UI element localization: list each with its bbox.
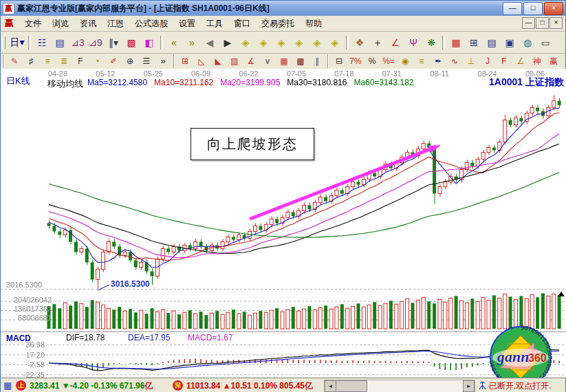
scroll-thumb[interactable]	[336, 380, 367, 392]
golden-section-h-icon[interactable]: ≡	[39, 55, 56, 68]
angle-si-icon[interactable]: 四	[562, 55, 566, 68]
grid-view-icon[interactable]: ▦	[3, 380, 12, 391]
toolbar-grip[interactable]	[2, 36, 6, 49]
percent-lines-icon[interactable]: %=	[380, 55, 397, 68]
pattern-annotation-box[interactable]: 向上爬坡形态	[191, 128, 314, 160]
ma-values-row: Ma5=3212.4580Ma10=3211.162Ma20=3199.905M…	[87, 78, 414, 87]
fibonacci-icon[interactable]: F	[72, 55, 89, 68]
angle-f-icon[interactable]: F	[496, 55, 512, 68]
gann-ruler-icon[interactable]: ♯	[23, 55, 39, 68]
gann-wheel-hsplit-icon[interactable]: ◈	[272, 34, 290, 51]
calendar-icon[interactable]: ▦	[447, 34, 465, 51]
chart-horizontal-scrollbar[interactable]: ◂ ▸	[324, 380, 475, 392]
percent-7-icon[interactable]: 7%	[347, 55, 364, 68]
menu-news[interactable]: 资讯	[74, 17, 102, 30]
scroll-right-arrow[interactable]: ▸	[463, 380, 475, 392]
smart-analysis-icon[interactable]: ❋	[422, 34, 440, 51]
shanghai-index-quote[interactable]: 3283.41 ▼-4.20 -0.13% 671.96亿	[30, 380, 153, 392]
gold-circle-icon[interactable]: ◉	[397, 55, 413, 68]
menu-gann[interactable]: 江恩	[102, 17, 129, 30]
child-minimize-button[interactable]: —	[522, 17, 535, 29]
pencil-angle-icon[interactable]: ✐	[105, 55, 122, 68]
chart-9min-icon[interactable]: ⊿9	[87, 34, 105, 51]
angle-gold-icon[interactable]: ∠	[512, 55, 529, 68]
v-lines-icon[interactable]: ∨	[259, 55, 276, 68]
gann-fan-icon[interactable]: ◺	[193, 55, 210, 68]
menu-settings[interactable]: 设置	[173, 17, 201, 30]
gann-wheel-vsplit-icon[interactable]: ◈	[290, 34, 308, 51]
f10-info-icon[interactable]: ▤	[51, 34, 69, 51]
volume-profile-icon[interactable]: ◧	[140, 34, 158, 51]
menu-trade[interactable]: 交易委托	[256, 17, 300, 30]
kline-chart-canvas[interactable]	[1, 69, 566, 378]
gann-wheel-right-icon[interactable]: ◈	[254, 34, 272, 51]
angle-set-icon[interactable]: ∡	[243, 55, 259, 68]
next-bar-icon[interactable]: ▶	[219, 34, 237, 51]
menu-window[interactable]: 窗口	[228, 17, 256, 30]
angle-ying-icon[interactable]: 赢	[545, 55, 562, 68]
connection-status[interactable]: 已断开,双点打开.	[489, 380, 552, 392]
percent-icon[interactable]: %	[364, 55, 380, 68]
main-toolbar: 日▾☷▤⊿3⊿9∥▾▩◧«»◀▶◈◈◈◈◈◈❖+∠Ψ❋▦⊞▤▣◍▭	[1, 32, 565, 54]
first-page-icon[interactable]: «	[165, 34, 183, 51]
status-bar: ▦ 上 3283.41 ▼-4.20 -0.13% 671.96亿 深 1101…	[1, 378, 565, 392]
time-cycle-icon[interactable]: ⊕	[122, 55, 138, 68]
shanghai-quote-unit: 亿	[144, 381, 153, 391]
notes-icon[interactable]: ▤	[483, 34, 501, 51]
shenzhen-index-icon[interactable]: 深	[173, 380, 183, 391]
gann-fan-grid-icon[interactable]: ▨	[226, 55, 243, 68]
angle-shen-icon[interactable]: 神	[529, 55, 545, 68]
toolbar-grip[interactable]	[2, 55, 3, 67]
menu-help[interactable]: 帮助	[300, 17, 327, 30]
close-button[interactable]: ×	[544, 2, 563, 15]
menu-file[interactable]: 文件	[19, 17, 47, 30]
child-close-button[interactable]: ×	[549, 17, 563, 29]
shanghai-index-icon[interactable]: 上	[16, 380, 26, 391]
menu-tools[interactable]: 工具	[201, 17, 228, 30]
child-restore-button[interactable]: □	[536, 17, 549, 29]
shenzhen-index-quote[interactable]: 11013.84 ▲10.51 0.10% 805.45亿	[186, 380, 313, 392]
menu-browse[interactable]: 浏览	[47, 17, 74, 30]
angle-tool-icon[interactable]: ∠	[387, 34, 404, 51]
gold-underline-icon[interactable]: ⊥	[463, 55, 479, 68]
chart-3min-icon[interactable]: ⊿3	[69, 34, 87, 51]
gann-wheel-center-icon[interactable]: ◈	[308, 34, 326, 51]
save-icon[interactable]: ▣	[501, 34, 519, 51]
grid-icon[interactable]: ▦	[276, 55, 292, 68]
last-page-icon[interactable]: »	[183, 34, 201, 51]
date-tick: 04-28	[48, 69, 67, 78]
hand-tool-icon[interactable]: ❖	[351, 34, 369, 51]
gann-wheel-left-icon[interactable]: ◈	[237, 34, 254, 51]
gann-shape-tool-icon[interactable]: Ψ	[404, 34, 422, 51]
wave-icon[interactable]: ∿	[446, 55, 463, 68]
gann-wheel-free-icon[interactable]: ◈	[326, 34, 344, 51]
maximize-button[interactable]: □	[523, 2, 543, 15]
title-bar[interactable]: 赢 赢家江恩专业版[赢家内部服务平台] - [上证指数 SH1A0001-96日…	[1, 1, 565, 16]
candle-style-icon[interactable]: ∥▾	[105, 34, 122, 51]
scroll-left-arrow[interactable]: ◂	[325, 380, 336, 392]
chip-distribution-icon[interactable]: ▩	[122, 34, 140, 51]
kline-period-icon[interactable]: 日▾	[8, 34, 26, 51]
angle-j-icon[interactable]: J	[479, 55, 496, 68]
parallel-lines-icon[interactable]: ∥	[309, 55, 325, 68]
more-tools-icon[interactable]: »	[155, 55, 171, 68]
trend-overlay-icon[interactable]: ☷	[33, 34, 51, 51]
web-export-icon[interactable]: ◍	[519, 34, 536, 51]
minimize-button[interactable]: —	[503, 2, 522, 15]
print-icon[interactable]: ▭	[536, 34, 554, 51]
low-point-annotation[interactable]: 3016.5300	[111, 279, 150, 289]
gann-box-icon[interactable]: ⊞	[177, 55, 193, 68]
crosshair-tool-icon[interactable]: +	[369, 34, 387, 51]
stats-box-icon[interactable]: ⊟	[331, 55, 347, 68]
menu-formula-picker[interactable]: 公式选股	[129, 17, 173, 30]
prev-bar-icon[interactable]: ◀	[201, 34, 219, 51]
golden-section-v-icon[interactable]: ≣	[56, 55, 72, 68]
gann-fan-filled-icon[interactable]: ◣	[210, 55, 226, 68]
calculator-icon[interactable]: ⊞	[465, 34, 483, 51]
candle-edit-icon[interactable]: ✒	[430, 55, 446, 68]
spiral-icon[interactable]: ◔	[89, 55, 105, 68]
gold-lines-icon[interactable]: ≡	[413, 55, 430, 68]
grid-dense-icon[interactable]: ▩	[292, 55, 309, 68]
time-ruler-icon[interactable]: ☰	[138, 55, 155, 68]
brush-tool-icon[interactable]: ✎	[6, 55, 23, 68]
